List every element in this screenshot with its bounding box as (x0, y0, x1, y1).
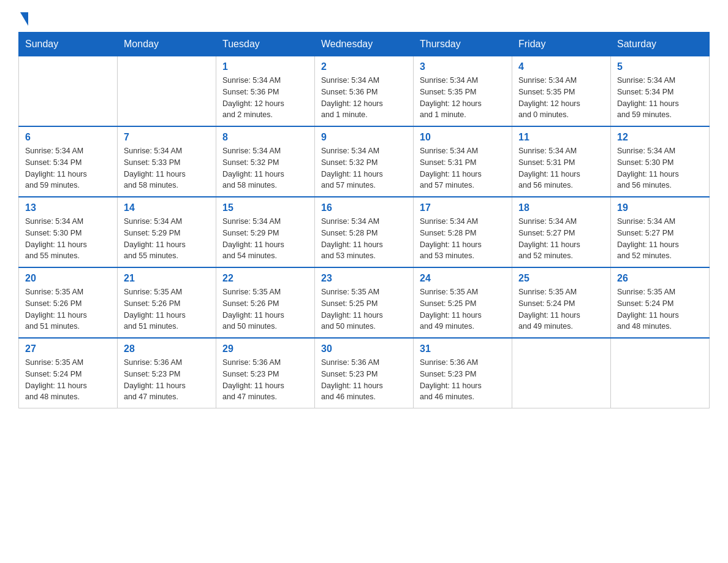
day-info: Sunrise: 5:34 AM Sunset: 5:30 PM Dayligh… (25, 216, 111, 262)
day-info: Sunrise: 5:35 AM Sunset: 5:25 PM Dayligh… (420, 286, 506, 332)
day-number: 4 (518, 61, 604, 72)
day-number: 28 (124, 343, 210, 354)
calendar-week-row: 27Sunrise: 5:35 AM Sunset: 5:24 PM Dayli… (19, 338, 710, 408)
weekday-header-wednesday: Wednesday (315, 33, 414, 56)
day-info: Sunrise: 5:35 AM Sunset: 5:24 PM Dayligh… (518, 286, 604, 332)
day-number: 20 (25, 273, 111, 284)
day-info: Sunrise: 5:34 AM Sunset: 5:35 PM Dayligh… (420, 75, 506, 121)
weekday-header-thursday: Thursday (414, 33, 512, 56)
day-info: Sunrise: 5:34 AM Sunset: 5:31 PM Dayligh… (518, 145, 604, 191)
calendar-cell: 25Sunrise: 5:35 AM Sunset: 5:24 PM Dayli… (512, 267, 611, 338)
day-number: 24 (420, 273, 506, 284)
calendar-cell: 12Sunrise: 5:34 AM Sunset: 5:30 PM Dayli… (611, 126, 710, 197)
calendar-cell: 3Sunrise: 5:34 AM Sunset: 5:35 PM Daylig… (414, 56, 512, 127)
day-info: Sunrise: 5:34 AM Sunset: 5:36 PM Dayligh… (321, 75, 407, 121)
day-info: Sunrise: 5:34 AM Sunset: 5:32 PM Dayligh… (321, 145, 407, 191)
calendar-cell: 5Sunrise: 5:34 AM Sunset: 5:34 PM Daylig… (611, 56, 710, 127)
day-info: Sunrise: 5:34 AM Sunset: 5:36 PM Dayligh… (222, 75, 308, 121)
day-number: 23 (321, 273, 407, 284)
day-number: 5 (617, 61, 703, 72)
day-number: 8 (222, 132, 308, 143)
calendar-cell: 21Sunrise: 5:35 AM Sunset: 5:26 PM Dayli… (118, 267, 216, 338)
day-number: 2 (321, 61, 407, 72)
day-number: 19 (617, 202, 703, 213)
weekday-header-tuesday: Tuesday (216, 33, 315, 56)
calendar-cell: 15Sunrise: 5:34 AM Sunset: 5:29 PM Dayli… (216, 197, 315, 267)
calendar-cell: 11Sunrise: 5:34 AM Sunset: 5:31 PM Dayli… (512, 126, 611, 197)
day-info: Sunrise: 5:35 AM Sunset: 5:24 PM Dayligh… (617, 286, 703, 332)
day-info: Sunrise: 5:34 AM Sunset: 5:28 PM Dayligh… (420, 216, 506, 262)
day-number: 7 (124, 132, 210, 143)
calendar-cell: 18Sunrise: 5:34 AM Sunset: 5:27 PM Dayli… (512, 197, 611, 267)
calendar-cell: 16Sunrise: 5:34 AM Sunset: 5:28 PM Dayli… (315, 197, 414, 267)
logo-triangle-icon (20, 12, 28, 26)
day-number: 1 (222, 61, 308, 72)
calendar-cell: 28Sunrise: 5:36 AM Sunset: 5:23 PM Dayli… (118, 338, 216, 408)
day-number: 14 (124, 202, 210, 213)
calendar-cell (611, 338, 710, 408)
calendar-cell: 22Sunrise: 5:35 AM Sunset: 5:26 PM Dayli… (216, 267, 315, 338)
calendar-cell: 10Sunrise: 5:34 AM Sunset: 5:31 PM Dayli… (414, 126, 512, 197)
day-info: Sunrise: 5:34 AM Sunset: 5:32 PM Dayligh… (222, 145, 308, 191)
calendar-cell: 26Sunrise: 5:35 AM Sunset: 5:24 PM Dayli… (611, 267, 710, 338)
calendar-cell: 9Sunrise: 5:34 AM Sunset: 5:32 PM Daylig… (315, 126, 414, 197)
page-header (18, 12, 710, 26)
calendar-cell (118, 56, 216, 127)
day-info: Sunrise: 5:35 AM Sunset: 5:26 PM Dayligh… (25, 286, 111, 332)
day-info: Sunrise: 5:34 AM Sunset: 5:29 PM Dayligh… (222, 216, 308, 262)
day-info: Sunrise: 5:34 AM Sunset: 5:34 PM Dayligh… (617, 75, 703, 121)
calendar-week-row: 1Sunrise: 5:34 AM Sunset: 5:36 PM Daylig… (19, 56, 710, 127)
day-number: 29 (222, 343, 308, 354)
calendar-week-row: 6Sunrise: 5:34 AM Sunset: 5:34 PM Daylig… (19, 126, 710, 197)
day-number: 26 (617, 273, 703, 284)
day-number: 3 (420, 61, 506, 72)
day-number: 31 (420, 343, 506, 354)
calendar-cell: 24Sunrise: 5:35 AM Sunset: 5:25 PM Dayli… (414, 267, 512, 338)
day-number: 25 (518, 273, 604, 284)
calendar-cell: 14Sunrise: 5:34 AM Sunset: 5:29 PM Dayli… (118, 197, 216, 267)
calendar-cell: 23Sunrise: 5:35 AM Sunset: 5:25 PM Dayli… (315, 267, 414, 338)
day-info: Sunrise: 5:34 AM Sunset: 5:34 PM Dayligh… (25, 145, 111, 191)
calendar-cell: 19Sunrise: 5:34 AM Sunset: 5:27 PM Dayli… (611, 197, 710, 267)
day-number: 15 (222, 202, 308, 213)
calendar-cell: 8Sunrise: 5:34 AM Sunset: 5:32 PM Daylig… (216, 126, 315, 197)
day-info: Sunrise: 5:34 AM Sunset: 5:31 PM Dayligh… (420, 145, 506, 191)
day-info: Sunrise: 5:34 AM Sunset: 5:30 PM Dayligh… (617, 145, 703, 191)
day-info: Sunrise: 5:35 AM Sunset: 5:26 PM Dayligh… (124, 286, 210, 332)
day-info: Sunrise: 5:36 AM Sunset: 5:23 PM Dayligh… (124, 357, 210, 403)
calendar-cell: 30Sunrise: 5:36 AM Sunset: 5:23 PM Dayli… (315, 338, 414, 408)
calendar-week-row: 20Sunrise: 5:35 AM Sunset: 5:26 PM Dayli… (19, 267, 710, 338)
calendar-cell: 17Sunrise: 5:34 AM Sunset: 5:28 PM Dayli… (414, 197, 512, 267)
day-number: 9 (321, 132, 407, 143)
day-info: Sunrise: 5:34 AM Sunset: 5:35 PM Dayligh… (518, 75, 604, 121)
day-info: Sunrise: 5:35 AM Sunset: 5:24 PM Dayligh… (25, 357, 111, 403)
calendar-cell: 13Sunrise: 5:34 AM Sunset: 5:30 PM Dayli… (19, 197, 118, 267)
day-number: 13 (25, 202, 111, 213)
day-number: 18 (518, 202, 604, 213)
calendar-cell: 6Sunrise: 5:34 AM Sunset: 5:34 PM Daylig… (19, 126, 118, 197)
day-info: Sunrise: 5:34 AM Sunset: 5:28 PM Dayligh… (321, 216, 407, 262)
weekday-header-row: SundayMondayTuesdayWednesdayThursdayFrid… (19, 33, 710, 56)
calendar-cell (512, 338, 611, 408)
day-info: Sunrise: 5:34 AM Sunset: 5:27 PM Dayligh… (617, 216, 703, 262)
calendar-cell: 31Sunrise: 5:36 AM Sunset: 5:23 PM Dayli… (414, 338, 512, 408)
calendar-cell: 2Sunrise: 5:34 AM Sunset: 5:36 PM Daylig… (315, 56, 414, 127)
day-info: Sunrise: 5:35 AM Sunset: 5:26 PM Dayligh… (222, 286, 308, 332)
day-info: Sunrise: 5:34 AM Sunset: 5:29 PM Dayligh… (124, 216, 210, 262)
day-info: Sunrise: 5:34 AM Sunset: 5:27 PM Dayligh… (518, 216, 604, 262)
calendar-cell: 20Sunrise: 5:35 AM Sunset: 5:26 PM Dayli… (19, 267, 118, 338)
calendar-cell: 27Sunrise: 5:35 AM Sunset: 5:24 PM Dayli… (19, 338, 118, 408)
calendar-week-row: 13Sunrise: 5:34 AM Sunset: 5:30 PM Dayli… (19, 197, 710, 267)
day-info: Sunrise: 5:36 AM Sunset: 5:23 PM Dayligh… (321, 357, 407, 403)
calendar-cell (19, 56, 118, 127)
weekday-header-friday: Friday (512, 33, 611, 56)
calendar-cell: 29Sunrise: 5:36 AM Sunset: 5:23 PM Dayli… (216, 338, 315, 408)
day-number: 16 (321, 202, 407, 213)
weekday-header-monday: Monday (118, 33, 216, 56)
day-info: Sunrise: 5:34 AM Sunset: 5:33 PM Dayligh… (124, 145, 210, 191)
calendar-cell: 7Sunrise: 5:34 AM Sunset: 5:33 PM Daylig… (118, 126, 216, 197)
day-number: 11 (518, 132, 604, 143)
weekday-header-sunday: Sunday (19, 33, 118, 56)
day-number: 6 (25, 132, 111, 143)
day-info: Sunrise: 5:36 AM Sunset: 5:23 PM Dayligh… (222, 357, 308, 403)
